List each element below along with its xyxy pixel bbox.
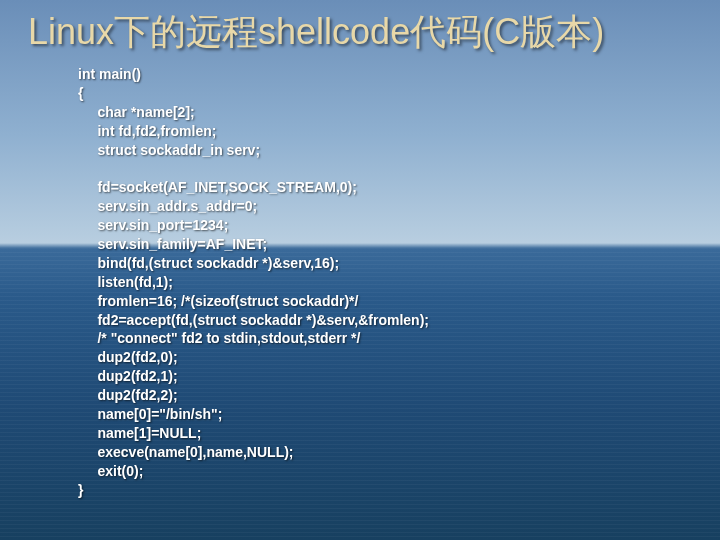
slide-title: Linux下的远程shellcode代码(C版本) <box>28 8 692 57</box>
code-block: int main() { char *name[2]; int fd,fd2,f… <box>78 65 692 499</box>
slide: Linux下的远程shellcode代码(C版本) int main() { c… <box>0 0 720 499</box>
